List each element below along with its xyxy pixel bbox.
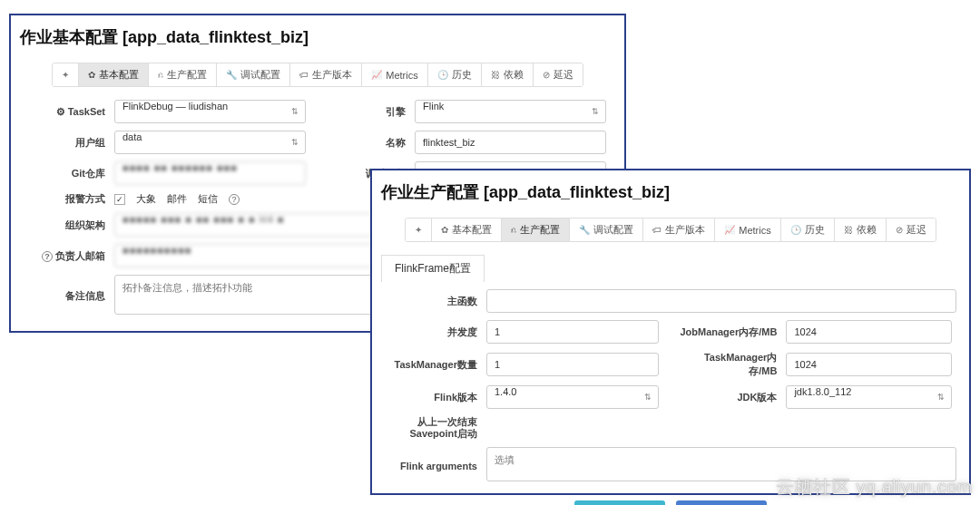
wrench-icon: 🔧 bbox=[226, 70, 237, 80]
tab-label: 生产配置 bbox=[167, 68, 207, 82]
chain-icon: ⛓ bbox=[844, 225, 853, 235]
alarm-checkbox-daxiang[interactable]: ✓ bbox=[114, 194, 125, 205]
tab-basic-config[interactable]: ✿基本配置 bbox=[432, 219, 502, 241]
gitrepo-label: Git仓库 bbox=[24, 167, 114, 180]
tab-label: 延迟 bbox=[554, 68, 573, 82]
name-label: 名称 bbox=[324, 136, 415, 150]
gitrepo-value[interactable]: ■■■■ ■■ ■■■■■■ ■■■ bbox=[114, 161, 306, 185]
tab-metrics[interactable]: 📈Metrics bbox=[715, 219, 780, 241]
usergroup-select[interactable]: data bbox=[114, 131, 306, 154]
taskset-label: TaskSet bbox=[24, 106, 114, 118]
tab-history[interactable]: 🕒历史 bbox=[781, 219, 835, 241]
mainfn-input[interactable] bbox=[486, 289, 956, 313]
clock-icon: 🕒 bbox=[790, 225, 801, 235]
tab-prod-config[interactable]: ⎌生产配置 bbox=[502, 219, 570, 241]
tab-label: 生产版本 bbox=[312, 68, 352, 82]
flower-icon: ✿ bbox=[88, 70, 95, 80]
jmmem-label: JobManager内存/MB bbox=[677, 325, 786, 339]
usergroup-label: 用户组 bbox=[24, 136, 114, 150]
watermark: 云栖社区 yq.aliyun.com bbox=[776, 475, 973, 500]
tab-basic-config[interactable]: ✿基本配置 bbox=[79, 63, 149, 86]
parallel-input[interactable] bbox=[486, 320, 659, 344]
cycle-icon: ⎌ bbox=[158, 70, 163, 80]
savepoint-label: 从上一次结束Savepoint启动 bbox=[385, 416, 486, 440]
chart-icon: 📈 bbox=[724, 225, 735, 235]
tab-label: Metrics bbox=[386, 70, 417, 81]
help-icon[interactable]: ? bbox=[42, 251, 53, 262]
sync-debug-config-button[interactable]: 同步调试配置 bbox=[574, 500, 665, 505]
tmcount-input[interactable] bbox=[486, 353, 659, 376]
engine-select[interactable]: Flink bbox=[415, 100, 606, 123]
tag-icon: 🏷 bbox=[652, 225, 662, 235]
jdkver-select[interactable]: jdk1.8.0_112 bbox=[786, 385, 951, 409]
alarm-label: 报警方式 bbox=[24, 192, 114, 206]
tab-delay[interactable]: ⊘延迟 bbox=[534, 63, 583, 86]
tab-label: 基本配置 bbox=[452, 223, 492, 237]
flinkframe-section-tab[interactable]: FlinkFrame配置 bbox=[381, 255, 485, 282]
parallel-label: 并发度 bbox=[385, 325, 486, 339]
tab-label: 延迟 bbox=[906, 223, 926, 237]
name-input-wrap bbox=[415, 131, 606, 154]
remark-label: 备注信息 bbox=[24, 289, 114, 303]
flinkver-label: Flink版本 bbox=[385, 391, 486, 404]
usergroup-value: data bbox=[114, 131, 306, 154]
tab-label: 依赖 bbox=[504, 68, 524, 82]
save-prod-config-button[interactable]: 保存生产配置 bbox=[676, 500, 767, 505]
prod-config-panel: 作业生产配置 [app_data_flinktest_biz] ✦ ✿基本配置 … bbox=[370, 169, 971, 495]
star-icon: ✦ bbox=[62, 70, 69, 80]
clock-icon: 🕒 bbox=[437, 70, 448, 80]
owneremail-label: ? 负责人邮箱 bbox=[24, 249, 114, 263]
org-label: 组织架构 bbox=[24, 219, 114, 232]
tab-debug-config[interactable]: 🔧调试配置 bbox=[570, 219, 643, 241]
tab-history[interactable]: 🕒历史 bbox=[428, 63, 482, 86]
jmmem-input[interactable] bbox=[786, 320, 951, 344]
tab-prod-version[interactable]: 🏷生产版本 bbox=[290, 63, 362, 86]
tab-deps[interactable]: ⛓依赖 bbox=[482, 63, 534, 86]
name-input[interactable] bbox=[415, 131, 606, 154]
tmmem-label: TaskManager内存/MB bbox=[677, 351, 786, 378]
tab-deps[interactable]: ⛓依赖 bbox=[835, 219, 887, 241]
tab-star[interactable]: ✦ bbox=[53, 63, 79, 86]
tab-label: 生产配置 bbox=[520, 223, 560, 237]
prod-config-form: 主函数 并发度 JobManager内存/MB TaskManager数量 Ta… bbox=[372, 282, 969, 484]
tab-delay[interactable]: ⊘延迟 bbox=[887, 219, 936, 241]
wrench-icon: 🔧 bbox=[579, 225, 590, 235]
help-icon[interactable]: ? bbox=[229, 194, 240, 205]
engine-value: Flink bbox=[415, 100, 606, 123]
tab-label: 依赖 bbox=[857, 223, 877, 237]
alarm-opt-sms[interactable]: 短信 bbox=[198, 192, 218, 206]
alarm-opt-daxiang: 大象 bbox=[136, 192, 156, 206]
star-icon: ✦ bbox=[415, 225, 422, 235]
taskset-select[interactable]: FlinkDebug — liudishan bbox=[114, 100, 306, 123]
chain-icon: ⛓ bbox=[491, 70, 500, 80]
tmcount-label: TaskManager数量 bbox=[385, 358, 486, 372]
cycle-icon: ⎌ bbox=[511, 225, 516, 235]
chart-icon: 📈 bbox=[371, 70, 382, 80]
prod-config-tabbar: ✦ ✿基本配置 ⎌生产配置 🔧调试配置 🏷生产版本 📈Metrics 🕒历史 ⛓… bbox=[405, 218, 936, 242]
mainfn-label: 主函数 bbox=[385, 295, 486, 308]
prod-config-title: 作业生产配置 [app_data_flinktest_biz] bbox=[372, 170, 969, 207]
tab-label: 历史 bbox=[452, 68, 472, 82]
basic-config-title: 作业基本配置 [app_data_flinktest_biz] bbox=[11, 15, 624, 52]
tab-star[interactable]: ✦ bbox=[406, 219, 432, 241]
tab-label: 调试配置 bbox=[593, 223, 633, 237]
tag-icon: 🏷 bbox=[299, 70, 309, 80]
basic-config-tabbar: ✦ ✿基本配置 ⎌生产配置 🔧调试配置 🏷生产版本 📈Metrics 🕒历史 ⛓… bbox=[52, 63, 583, 87]
tab-debug-config[interactable]: 🔧调试配置 bbox=[217, 63, 290, 86]
gear-icon bbox=[56, 106, 65, 117]
tab-label: Metrics bbox=[739, 225, 770, 236]
tab-label: 调试配置 bbox=[240, 68, 280, 82]
tab-prod-config[interactable]: ⎌生产配置 bbox=[149, 63, 217, 86]
tmmem-input[interactable] bbox=[786, 353, 951, 376]
gitrepo-input-wrap: ■■■■ ■■ ■■■■■■ ■■■ bbox=[114, 161, 306, 185]
jdkver-value: jdk1.8.0_112 bbox=[786, 385, 951, 409]
alarm-opt-email[interactable]: 邮件 bbox=[167, 192, 187, 206]
tab-label: 生产版本 bbox=[665, 223, 705, 237]
jdkver-label: JDK版本 bbox=[677, 391, 786, 404]
flinkver-select[interactable]: 1.4.0 bbox=[486, 385, 659, 409]
tab-prod-version[interactable]: 🏷生产版本 bbox=[643, 219, 715, 241]
slash-icon: ⊘ bbox=[896, 225, 903, 235]
flower-icon: ✿ bbox=[441, 225, 448, 235]
tab-metrics[interactable]: 📈Metrics bbox=[362, 63, 427, 86]
engine-label: 引擎 bbox=[324, 105, 415, 119]
